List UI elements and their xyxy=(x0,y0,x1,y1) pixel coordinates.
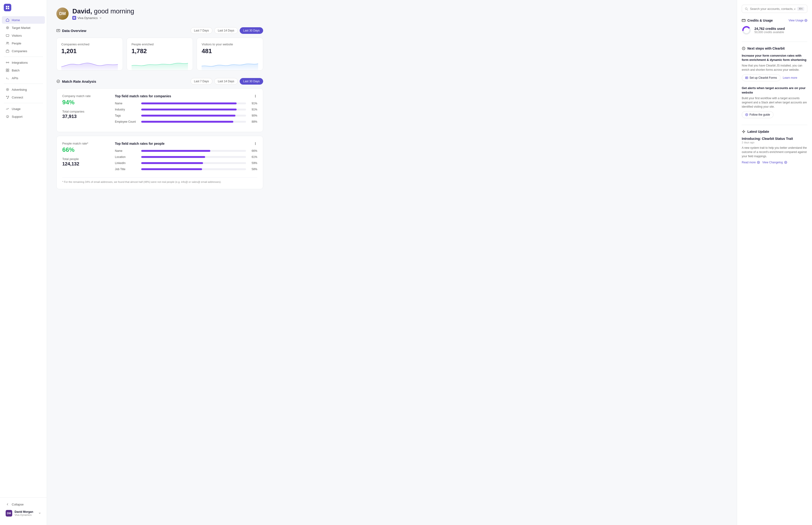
next-steps-item-title: Increase your form conversion rates with… xyxy=(742,54,807,62)
stat-card-visitors: Visitors to your website 481 xyxy=(197,38,263,71)
svg-rect-2 xyxy=(6,8,7,9)
connect-icon xyxy=(6,95,10,99)
bar-fill xyxy=(141,103,236,104)
bar-fill xyxy=(141,150,210,152)
last-14-days-btn[interactable]: Last 14 Days xyxy=(214,27,238,34)
setup-clearbit-forms-button[interactable]: Set up Clearbit Forms xyxy=(742,74,781,81)
people-chart-title: Top field match rates for people xyxy=(115,142,257,146)
match-rate-title: Match Rate Analysis xyxy=(56,79,96,84)
bar-label: LinkedIn xyxy=(115,162,138,165)
search-input[interactable] xyxy=(750,7,795,11)
follow-guide-button[interactable]: Follow the guide xyxy=(742,111,773,118)
match-rate-section: Match Rate Analysis Last 7 Days Last 14 … xyxy=(56,78,263,189)
bar-track xyxy=(141,168,246,170)
latest-update-section-title: Latest Update xyxy=(742,130,769,134)
sidebar-item-companies[interactable]: Companies xyxy=(2,47,45,55)
credits-available: 50,000 credits available xyxy=(754,31,785,34)
user-initials: DM xyxy=(7,512,11,515)
people-match-left: People match rate* 66% Total people 124,… xyxy=(62,142,109,174)
bar-pct: 61% xyxy=(249,155,257,159)
bar-row: Job Title58% xyxy=(115,168,257,171)
sidebar-item-connect[interactable]: Connect xyxy=(2,93,45,101)
app-logo-icon xyxy=(4,4,11,11)
stat-card-companies: Companies enriched 1,201 xyxy=(56,38,123,71)
view-usage-link[interactable]: View Usage xyxy=(788,19,807,22)
svg-point-29 xyxy=(255,96,256,96)
bar-row: Name66% xyxy=(115,149,257,152)
workspace-icon xyxy=(72,16,76,20)
more-options-icon[interactable] xyxy=(254,142,257,146)
stat-chart xyxy=(61,59,118,70)
read-more-link[interactable]: Read more xyxy=(742,161,760,164)
sidebar-item-integrations[interactable]: Integrations xyxy=(2,59,45,66)
avatar: DM xyxy=(6,510,12,516)
bar-row: Tags90% xyxy=(115,114,257,117)
svg-point-5 xyxy=(7,27,8,28)
collapse-label: Collapse xyxy=(12,503,24,506)
plus-circle-icon-sm xyxy=(757,161,760,164)
sidebar-item-home[interactable]: Home xyxy=(2,16,45,24)
integrations-icon xyxy=(6,61,10,64)
sidebar-divider xyxy=(4,57,43,57)
company-total-label: Total companies xyxy=(62,110,109,113)
svg-point-7 xyxy=(6,42,7,43)
view-changelog-link[interactable]: View Changelog xyxy=(762,161,787,164)
sidebar-item-label: Batch xyxy=(12,69,19,72)
company-match-right: Top field match rates for companies Name… xyxy=(115,94,257,126)
bar-pct: 58% xyxy=(249,168,257,171)
bar-track xyxy=(141,150,246,152)
section-header: Data Overview Last 7 Days Last 14 Days L… xyxy=(56,27,263,34)
credits-header: Credits & Usage View Usage xyxy=(742,18,807,22)
last-30-days-btn[interactable]: Last 30 Days xyxy=(240,27,263,34)
svg-point-28 xyxy=(255,95,256,95)
bar-fill xyxy=(141,156,205,158)
sidebar-item-batch[interactable]: Batch xyxy=(2,66,45,74)
bar-label: Tags xyxy=(115,114,138,117)
next-steps-item-desc: Now that you have Clearbit JS installed,… xyxy=(742,63,807,72)
last-7-days-btn[interactable]: Last 7 Days xyxy=(190,27,212,34)
match-last-14-btn[interactable]: Last 14 Days xyxy=(214,78,238,85)
sidebar-item-label: Support xyxy=(12,115,22,118)
bar-label: Employee Count xyxy=(115,120,138,123)
workspace-name: Viva Dynamics xyxy=(78,16,98,20)
bar-pct: 90% xyxy=(249,114,257,117)
page-title: David, good morning xyxy=(72,7,134,15)
user-section[interactable]: DM David Morgan Viva Dynamics xyxy=(2,508,45,519)
sidebar-item-support[interactable]: Support xyxy=(2,113,45,120)
guide-icon xyxy=(745,113,748,116)
bar-fill xyxy=(141,108,236,110)
learn-more-link[interactable]: Learn more xyxy=(783,76,797,79)
bar-track xyxy=(141,108,246,110)
bar-row: Name91% xyxy=(115,102,257,105)
greeting-rest: good morning xyxy=(92,7,134,15)
collapse-button[interactable]: Collapse xyxy=(2,500,45,508)
match-last-30-btn[interactable]: Last 30 Days xyxy=(240,78,263,85)
credits-icon xyxy=(742,18,746,22)
stats-grid: Companies enriched 1,201 People enriched… xyxy=(56,38,263,71)
sidebar-item-advertising[interactable]: Advertising xyxy=(2,86,45,93)
match-last-7-btn[interactable]: Last 7 Days xyxy=(190,78,212,85)
bar-track xyxy=(141,103,246,104)
sidebar-item-label: Integrations xyxy=(12,61,28,64)
more-options-icon[interactable] xyxy=(254,94,257,98)
sidebar-item-target-market[interactable]: Target Market xyxy=(2,24,45,31)
sidebar-item-apis[interactable]: APIs xyxy=(2,74,45,82)
search-bar[interactable]: ⌘K xyxy=(742,5,807,13)
svg-rect-13 xyxy=(8,69,9,70)
workspace-badge[interactable]: Viva Dynamics xyxy=(72,16,134,20)
latest-update-title: Introducing: Clearbit Status Trait xyxy=(742,137,807,140)
bar-label: Industry xyxy=(115,108,138,111)
usage-icon xyxy=(6,107,10,111)
svg-rect-1 xyxy=(8,6,9,7)
sidebar-item-visitors[interactable]: Visitors xyxy=(2,32,45,39)
sidebar-item-people[interactable]: People xyxy=(2,40,45,47)
next-steps-item-forms: Increase your form conversion rates with… xyxy=(742,54,807,81)
stat-label: Companies enriched xyxy=(61,43,118,46)
sidebar-item-usage[interactable]: Usage xyxy=(2,105,45,112)
svg-rect-40 xyxy=(746,77,748,79)
svg-rect-9 xyxy=(6,50,9,52)
people-rate-value: 66% xyxy=(62,146,109,153)
greeting-bold: David, xyxy=(72,7,92,15)
people-total-label: Total people xyxy=(62,157,109,161)
stat-label: Visitors to your website xyxy=(202,43,258,46)
